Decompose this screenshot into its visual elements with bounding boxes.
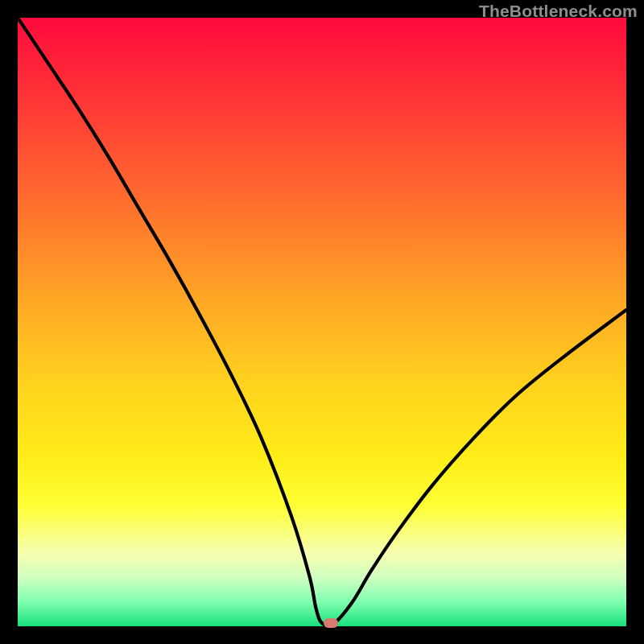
- optimum-marker: [324, 618, 338, 628]
- watermark-text: TheBottleneck.com: [479, 2, 638, 21]
- chart-plot-area: [18, 18, 626, 626]
- bottleneck-curve: [18, 18, 626, 626]
